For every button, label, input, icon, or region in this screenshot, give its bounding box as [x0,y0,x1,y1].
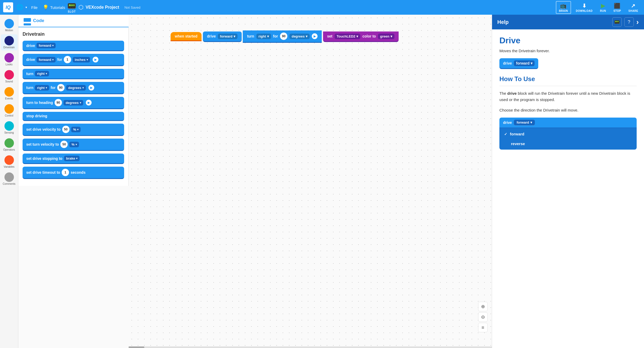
turn-velocity-unit-dropdown[interactable]: % ▾ [69,142,79,147]
canvas-workspace[interactable]: when started drive forward ▾ turn right … [129,15,492,348]
slot-button[interactable]: 📟 SLOT [67,2,76,13]
sidebar-item-sound[interactable]: Sound [1,68,18,85]
sound-icon [4,70,14,80]
drivetrain-icon [4,36,14,45]
sidebar-item-motion[interactable]: Motion [1,17,18,33]
chevron-down-icon: ▾ [76,157,77,160]
when-started-block[interactable]: when started [171,32,202,41]
turn-for-play-button[interactable]: ▶ [88,85,94,91]
zoom-out-button[interactable]: ⊖ [478,312,488,322]
drive-direction-dropdown[interactable]: forward ▾ [36,43,56,48]
control-icon [4,104,14,114]
drive-for-play-button[interactable]: ▶ [93,57,98,62]
chevron-down-icon: ▾ [82,86,84,89]
help-dropdown-reverse-option[interactable]: reverse [499,139,637,149]
timeout-input[interactable]: 1 [62,169,69,176]
events-icon [4,87,14,97]
ws-drive-direction-dropdown[interactable]: forward ▾ [218,34,237,39]
blocks-panel: Drivetrain drive forward ▾ drive forward… [18,27,129,186]
bulb-icon: 💡 [43,4,49,10]
heading-input[interactable]: 90 [55,99,62,106]
file-menu[interactable]: File [31,5,38,10]
globe-icon[interactable]: 🌐 [16,4,23,11]
heading-play-button[interactable]: ▶ [86,100,92,106]
zoom-in-button[interactable]: ⊕ [478,302,488,311]
help-device-icon-button[interactable]: 📟 [612,17,622,27]
set-drive-velocity-block[interactable]: set drive velocity to 50 % ▾ [23,124,124,136]
sidebar-item-looks[interactable]: Looks [1,51,18,67]
canvas-scrollbar[interactable] [129,346,492,348]
slot-icon: 📟 [67,2,76,10]
set-turn-velocity-block[interactable]: set turn velocity to 50 % ▾ [23,139,124,151]
ws-turn-unit-dropdown[interactable]: degrees ▾ [289,34,310,39]
chevron-down-icon: ▾ [531,61,532,65]
sidebar-item-control[interactable]: Control [1,103,18,119]
ws-turn-block[interactable]: turn right ▾ for 90 degrees ▾ ▶ [243,30,322,43]
sidebar-item-operators[interactable]: Operators [1,137,18,153]
sidebar-item-events[interactable]: Events [1,86,18,102]
drive-for-block[interactable]: drive forward ▾ for 1 inches ▾ ▶ [23,54,124,66]
brain-icon: 📺 [560,3,567,9]
help-example-dropdown[interactable]: forward ▾ [514,60,534,66]
ws-color-dropdown[interactable]: green ▾ [378,34,394,39]
drive-for-input[interactable]: 1 [64,56,71,63]
ws-touchled-block[interactable]: set TouchLED2 ▾ color to green ▾ [323,31,399,42]
sidebar-item-sensing[interactable]: Sensing [1,120,18,136]
drive-velocity-input[interactable]: 50 [62,126,70,133]
ws-turn-for-input[interactable]: 90 [280,33,287,40]
set-drive-stopping-block[interactable]: set drive stopping to brake ▾ [23,154,124,164]
help-body-text-1: The drive block will run the Drivetrain … [499,90,637,103]
sidebar-item-drivetrain[interactable]: Drivetrain [1,34,18,50]
ws-turn-direction-dropdown[interactable]: right ▾ [256,34,271,39]
app-logo[interactable]: IQ [3,2,13,12]
sidebar-item-comments[interactable]: Comments [1,171,18,187]
turn-for-block[interactable]: turn right ▾ for 90 degrees ▾ ▶ [23,82,124,94]
drive-block[interactable]: drive forward ▾ [23,41,124,51]
turn-velocity-input[interactable]: 50 [60,141,68,148]
help-question-button[interactable]: ? [624,17,634,27]
globe-chevron-icon[interactable]: ▾ [25,6,27,9]
chevron-down-icon: ▾ [76,143,77,146]
help-body-text-2: Choose the direction the Drivetrain will… [499,107,637,113]
code-tab-icon [24,20,31,22]
drive-for-direction-dropdown[interactable]: forward ▾ [36,57,56,62]
project-icon: ⬡ [78,4,83,11]
ws-turn-play-button[interactable]: ▶ [312,33,318,39]
share-button[interactable]: ↗ SHARE [626,2,641,13]
top-navigation: IQ 🌐 ▾ File 💡 Tutorials 📟 SLOT ⬡ VEXcode… [0,0,644,15]
help-collapse-button[interactable]: › [636,18,639,26]
fit-screen-button[interactable]: ≡ [478,323,488,332]
download-button[interactable]: ⬇ DOWNLOAD [573,2,595,13]
turn-block[interactable]: turn right ▾ [23,69,124,79]
drive-velocity-unit-dropdown[interactable]: % ▾ [71,127,81,132]
ws-touchled-device-dropdown[interactable]: TouchLED2 ▾ [335,34,360,39]
chevron-down-icon: ▾ [390,34,392,38]
set-drive-timeout-block[interactable]: set drive timeout to 1 seconds [23,167,124,179]
turn-heading-block[interactable]: turn to heading 90 degrees ▾ ▶ [23,97,124,109]
help-how-to-use-title: How To Use [499,75,637,83]
run-button[interactable]: ▶ RUN [597,2,609,13]
drive-for-unit-dropdown[interactable]: inches ▾ [73,57,90,62]
blocks-column: Code Drivetrain drive forward ▾ drive [18,15,129,348]
help-dropdown-forward-option[interactable]: ✓ forward [499,129,637,139]
help-block-name: Drive [499,36,637,45]
chevron-down-icon: ▾ [267,34,269,38]
turn-for-direction-dropdown[interactable]: right ▾ [35,85,49,91]
scrollbar-thumb[interactable] [129,346,144,348]
code-tab[interactable]: Code [18,15,129,27]
help-forward-dropdown-button[interactable]: forward ▾ [514,120,535,125]
sidebar-item-variables[interactable]: Variables [1,154,18,170]
stop-driving-block[interactable]: stop driving [23,112,124,121]
stop-button[interactable]: ⬛ STOP [611,2,624,13]
stopping-mode-dropdown[interactable]: brake ▾ [64,156,80,161]
turn-for-input[interactable]: 90 [57,84,65,91]
heading-unit-dropdown[interactable]: degrees ▾ [64,100,83,106]
chevron-down-icon: ▾ [46,72,47,75]
ws-drive-block[interactable]: drive forward ▾ [203,31,242,42]
brain-button[interactable]: 📺 BRAIN [556,1,571,14]
chevron-down-icon: ▾ [77,128,78,131]
turn-direction-dropdown[interactable]: right ▾ [35,71,49,76]
turn-for-unit-dropdown[interactable]: degrees ▾ [66,85,86,91]
tutorials-menu[interactable]: 💡 Tutorials [43,4,65,10]
motion-icon [4,19,14,28]
